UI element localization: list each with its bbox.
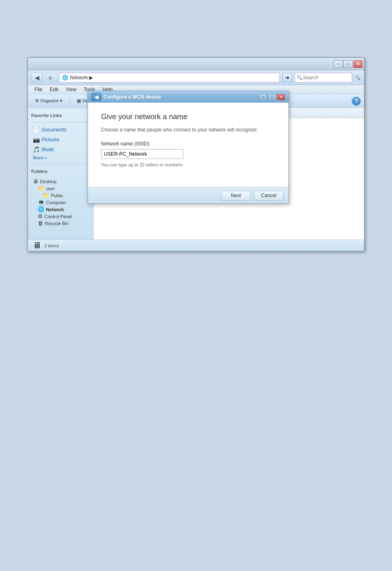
go-arrow: ➜ xyxy=(285,75,289,81)
sidebar-divider-2 xyxy=(31,163,90,164)
control-panel-icon: ⚙ xyxy=(38,213,43,219)
network-name-label: Network name (SSID): xyxy=(101,141,275,147)
public-icon: 📁 xyxy=(43,192,49,198)
dialog-back-button[interactable]: ◀ xyxy=(91,93,101,101)
menu-file[interactable]: File xyxy=(31,86,46,93)
music-label: Music xyxy=(42,147,54,152)
organize-button[interactable]: ⚙ Organize ▾ xyxy=(31,97,66,105)
sidebar: Favorite Links 📄 Documents 📷 Pictures 🎵 … xyxy=(28,108,94,239)
network-name-input[interactable] xyxy=(101,149,183,159)
dialog-title-bar: ◀ Configure a WCN device ─ □ ✕ xyxy=(88,91,288,103)
folder-desktop[interactable]: 🖥 Desktop xyxy=(31,178,90,185)
organize-icon: ⚙ xyxy=(35,98,39,104)
status-item-count: 2 items xyxy=(44,243,59,248)
dialog-title-text: Configure a WCN device xyxy=(104,94,161,100)
dialog-hint: You can type up to 32 letters or numbers… xyxy=(101,162,275,167)
address-path[interactable]: 🌐 Network ▶ xyxy=(59,73,280,83)
menu-view[interactable]: View xyxy=(62,86,80,93)
dialog-title-buttons: ─ □ ✕ xyxy=(259,94,285,100)
music-icon: 🎵 xyxy=(33,146,39,153)
forward-button[interactable]: ▶ xyxy=(45,73,57,83)
address-bar: ◀ ▶ 🌐 Network ▶ ➜ 🔍 🔍 xyxy=(28,70,364,85)
folder-section: 🖥 Desktop 📁 user 📁 Public 💻 Computer 🌐 xyxy=(31,178,90,227)
window-controls: ─ □ ✕ xyxy=(334,60,362,68)
sidebar-item-pictures[interactable]: 📷 Pictures xyxy=(31,136,90,144)
folder-control-panel[interactable]: ⚙ Control Panel xyxy=(31,213,90,220)
dialog-heading: Give your network a name xyxy=(101,113,275,121)
user-icon: 📁 xyxy=(38,185,44,191)
menu-edit[interactable]: Edit xyxy=(46,86,62,93)
dialog-body: Give your network a name Choose a name t… xyxy=(88,103,288,187)
back-button[interactable]: ◀ xyxy=(31,73,43,83)
documents-icon: 📄 xyxy=(33,127,39,133)
pictures-icon: 📷 xyxy=(33,136,39,143)
sidebar-divider-1 xyxy=(31,122,90,122)
close-button[interactable]: ✕ xyxy=(353,60,362,68)
dialog-minimize-button[interactable]: ─ xyxy=(259,94,267,100)
desktop-icon: 🖥 xyxy=(33,178,38,184)
views-icon: ▦ xyxy=(77,98,81,104)
folders-title: Folders xyxy=(31,169,90,174)
search-button[interactable]: 🔍 xyxy=(355,75,361,81)
sidebar-more[interactable]: More » xyxy=(31,155,90,160)
dialog-maximize-button[interactable]: □ xyxy=(268,94,276,100)
next-button[interactable]: Next xyxy=(221,191,251,200)
title-bar: ─ □ ✕ xyxy=(28,58,364,70)
help-button[interactable]: ? xyxy=(352,97,361,106)
favorite-links-title: Favorite Links xyxy=(31,113,90,118)
status-network-icon: 🖥 xyxy=(33,241,41,250)
dialog-footer: Next Cancel xyxy=(88,187,288,203)
network-icon: 🌐 xyxy=(38,206,44,212)
recycle-bin-icon: 🗑 xyxy=(38,220,43,226)
folder-computer[interactable]: 💻 Computer xyxy=(31,199,90,206)
dialog-close-button[interactable]: ✕ xyxy=(277,94,285,100)
status-bar: 🖥 2 items xyxy=(28,239,364,251)
go-button[interactable]: ➜ xyxy=(282,73,292,83)
folder-network[interactable]: 🌐 Network xyxy=(31,206,90,213)
search-input[interactable] xyxy=(303,75,350,81)
minimize-button[interactable]: ─ xyxy=(334,60,343,68)
search-area[interactable]: 🔍 xyxy=(295,73,352,83)
cancel-button[interactable]: Cancel xyxy=(254,191,284,200)
maximize-button[interactable]: □ xyxy=(344,60,353,68)
computer-icon: 💻 xyxy=(38,199,44,205)
folder-recycle-bin[interactable]: 🗑 Recycle Bin xyxy=(31,220,90,227)
folder-user[interactable]: 📁 user xyxy=(31,185,90,192)
dialog-description: Choose a name that people who connect to… xyxy=(101,126,275,134)
search-icon: 🔍 xyxy=(297,75,303,81)
toolbar-separator-1 xyxy=(69,97,70,106)
sidebar-item-documents[interactable]: 📄 Documents xyxy=(31,126,90,134)
sidebar-item-music[interactable]: 🎵 Music xyxy=(31,145,90,154)
configure-wcn-dialog: ◀ Configure a WCN device ─ □ ✕ Give your… xyxy=(88,91,289,204)
path-text: Network ▶ xyxy=(70,75,93,81)
folder-public[interactable]: 📁 Public xyxy=(31,192,90,199)
documents-label: Documents xyxy=(42,127,67,133)
pictures-label: Pictures xyxy=(42,137,59,143)
